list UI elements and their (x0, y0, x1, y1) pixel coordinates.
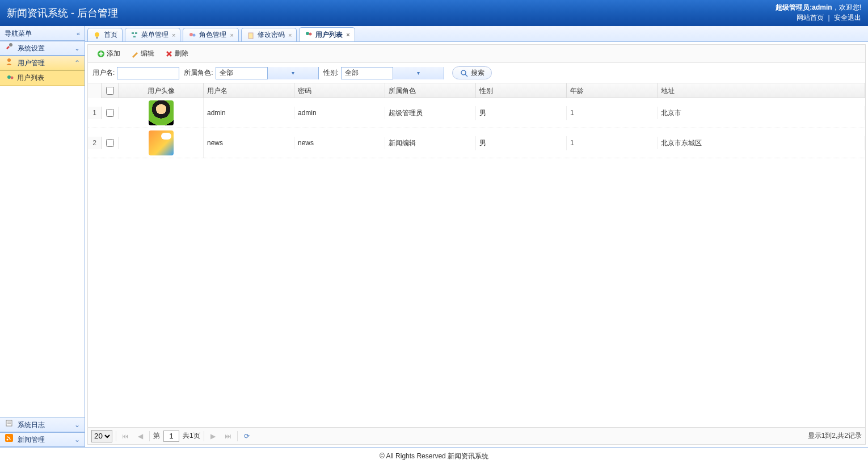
cell-sex: 男 (476, 106, 567, 120)
log-icon (5, 419, 14, 428)
search-row: 用户名: 所属角色: 全部 ▾ 性别: 全部 ▾ 搜索 (88, 63, 865, 83)
sidebar-item-user-list[interactable]: 用户列表 (0, 70, 85, 86)
col-role[interactable]: 所属角色 (385, 83, 476, 98)
table-row[interactable]: 1 admin admin 超级管理员 男 1 北京市 (88, 98, 865, 128)
row-checkbox[interactable] (106, 139, 114, 147)
tree-icon (130, 31, 139, 40)
search-icon (460, 69, 469, 78)
sidebar: 导航菜单 « 系统设置 ⌄ 用户管理 ⌃ 用户列表 (0, 26, 85, 447)
svg-point-0 (9, 43, 12, 47)
pencil-icon (130, 49, 140, 58)
role-combobox[interactable]: 全部 ▾ (216, 67, 319, 79)
cell-password: news (294, 137, 385, 149)
select-all-checkbox[interactable] (106, 87, 114, 95)
cell-role: 超级管理员 (385, 106, 476, 120)
col-rownum (88, 83, 102, 98)
close-icon[interactable]: × (230, 32, 233, 39)
sidebar-item-label: 用户列表 (17, 73, 44, 83)
tab-user-list[interactable]: 用户列表 × (299, 27, 355, 41)
svg-rect-10 (96, 37, 98, 39)
edit-button[interactable]: 编辑 (125, 47, 159, 60)
username-input[interactable] (117, 67, 179, 79)
plus-icon (96, 49, 106, 58)
tab-change-pwd[interactable]: 修改密码 × (241, 28, 297, 41)
chevron-down-icon: ⌄ (74, 432, 80, 447)
footer: © All Rights Reserved 新闻资讯系统 (0, 447, 868, 464)
svg-rect-16 (248, 33, 253, 39)
chevron-down-icon: ▾ (267, 67, 318, 79)
tab-body: 添加 编辑 删除 用户名: 所属角色: (87, 44, 866, 445)
tabs-bar: 首页 菜单管理 × 角色管理 × 修改密码 × (85, 26, 868, 42)
users-icon (6, 74, 15, 83)
refresh-button[interactable]: ⟳ (241, 431, 252, 442)
page-label: 第 (153, 431, 160, 441)
delete-button[interactable]: 删除 (159, 47, 193, 60)
svg-point-8 (7, 439, 9, 441)
close-icon[interactable]: × (288, 32, 292, 39)
next-page-button[interactable]: ▶ (208, 431, 219, 442)
page-size-select[interactable]: 20 (91, 430, 112, 442)
svg-point-18 (309, 33, 312, 36)
toolbar: 添加 编辑 删除 (88, 45, 865, 63)
col-checkbox (102, 83, 119, 98)
col-sex[interactable]: 性别 (476, 83, 567, 98)
table-row[interactable]: 2 news news 新闻编辑 男 1 北京市东城区 (88, 128, 865, 158)
svg-point-20 (461, 70, 466, 75)
sidebar-section-news-mgmt[interactable]: 新闻管理 ⌄ (0, 432, 85, 447)
col-age[interactable]: 年龄 (567, 83, 658, 98)
app-header: 新闻资讯系统 - 后台管理 超级管理员:admin，欢迎您! 网站首页 | 安全… (0, 0, 868, 26)
header-right: 超级管理员:admin，欢迎您! 网站首页 | 安全退出 (776, 2, 861, 23)
last-page-button[interactable]: ⏭ (222, 431, 234, 442)
users-icon (304, 30, 313, 39)
delete-icon (165, 49, 174, 58)
add-button[interactable]: 添加 (91, 47, 125, 60)
collapse-left-icon[interactable]: « (77, 26, 80, 41)
sidebar-section-system-settings[interactable]: 系统设置 ⌄ (0, 41, 85, 56)
col-avatar[interactable]: 用户头像 (119, 83, 204, 98)
page-input[interactable] (163, 431, 179, 442)
svg-line-21 (465, 74, 467, 77)
tab-menu-mgmt[interactable]: 菜单管理 × (125, 28, 180, 41)
cell-address: 北京市东城区 (658, 136, 865, 150)
svg-point-3 (11, 76, 14, 79)
data-grid: 用户头像 用户名 密码 所属角色 性别 年龄 地址 1 admin (88, 83, 865, 427)
row-checkbox[interactable] (106, 109, 114, 117)
svg-point-17 (306, 32, 309, 35)
close-icon[interactable]: × (172, 32, 175, 39)
avatar (149, 130, 174, 155)
role-label: 所属角色: (184, 68, 213, 78)
chevron-down-icon: ⌄ (74, 417, 80, 432)
welcome-text: 超级管理员:admin，欢迎您! (776, 2, 861, 12)
col-address[interactable]: 地址 (658, 83, 865, 98)
separator: | (826, 14, 832, 22)
link-site-home[interactable]: 网站首页 (797, 14, 824, 22)
sex-combobox[interactable]: 全部 ▾ (341, 67, 444, 79)
user-icon (5, 57, 14, 66)
tab-role-mgmt[interactable]: 角色管理 × (183, 28, 238, 41)
sidebar-fill (0, 86, 85, 417)
content-area: 首页 菜单管理 × 角色管理 × 修改密码 × (85, 26, 868, 447)
first-page-button[interactable]: ⏮ (120, 431, 131, 442)
svg-point-15 (193, 33, 196, 36)
grid-header: 用户头像 用户名 密码 所属角色 性别 年龄 地址 (88, 83, 865, 98)
app-title: 新闻资讯系统 - 后台管理 (7, 6, 118, 20)
page-total: 共1页 (183, 431, 200, 441)
sidebar-section-system-log[interactable]: 系统日志 ⌄ (0, 417, 85, 432)
page-info: 显示1到2,共2记录 (808, 431, 862, 441)
close-icon[interactable]: × (346, 31, 349, 38)
link-logout[interactable]: 安全退出 (834, 14, 861, 22)
prev-page-button[interactable]: ◀ (134, 431, 146, 442)
sidebar-title[interactable]: 导航菜单 « (0, 26, 85, 41)
cell-address: 北京市 (658, 106, 865, 120)
col-password[interactable]: 密码 (294, 83, 385, 98)
svg-point-9 (95, 32, 99, 37)
role-icon (188, 31, 197, 40)
sidebar-section-user-mgmt[interactable]: 用户管理 ⌃ (0, 56, 85, 70)
svg-rect-13 (133, 36, 136, 37)
chevron-down-icon: ▾ (393, 67, 444, 79)
svg-rect-11 (132, 32, 134, 34)
col-username[interactable]: 用户名 (204, 83, 294, 98)
search-button[interactable]: 搜索 (452, 66, 492, 79)
wrench-icon (5, 42, 14, 51)
tab-home[interactable]: 首页 (87, 28, 123, 41)
